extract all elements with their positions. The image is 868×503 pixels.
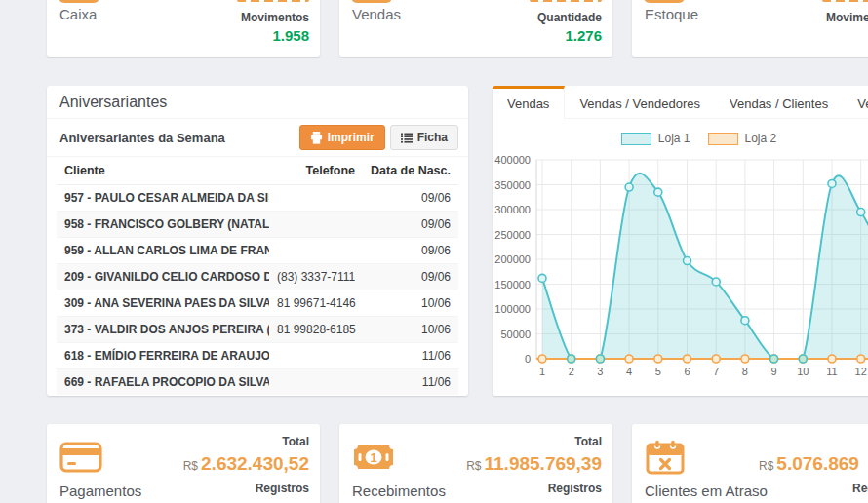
- table-row: 669 - RAFAELA PROCOPIO DA SILVA CA... 11…: [57, 369, 458, 396]
- registros-label: Registros: [183, 481, 309, 497]
- currency-prefix: R$: [759, 459, 773, 473]
- currency-prefix: R$: [466, 459, 481, 473]
- table-row: 957 - PAULO CESAR ALMEIDA DA SILVA 09/06: [57, 185, 458, 212]
- svg-text:6: 6: [684, 366, 690, 377]
- table-row: 209 - GIVANILDO CELIO CARDOSO DE ... (83…: [57, 264, 458, 290]
- sales-tab[interactable]: Vendas / Clientes: [715, 86, 843, 118]
- svg-text:5: 5: [655, 366, 661, 377]
- metric-label: Movimentos: [241, 11, 309, 24]
- legend-item[interactable]: Loja 1: [621, 132, 690, 145]
- ficha-button-label: Ficha: [417, 131, 448, 144]
- svg-text:10: 10: [797, 366, 809, 377]
- pagamentos-card: Pagamentos Total R$2.632.430,52 Registro…: [47, 424, 320, 503]
- sales-tab[interactable]: Vendas / Vendedores: [565, 86, 715, 118]
- total-label: Total: [183, 434, 309, 450]
- cliente-cell: 958 - FRANCISCO GOLBERY (NATAL - RN): [57, 212, 269, 238]
- svg-text:9: 9: [771, 366, 777, 377]
- total-value: R$2.632.430,52: [183, 452, 309, 478]
- print-button-label: Imprimir: [328, 131, 375, 144]
- cliente-cell: 669 - RAFAELA PROCOPIO DA SILVA CA...: [57, 369, 269, 396]
- summary-card-caixa: Caixa Movimentos 1.958: [47, 0, 320, 57]
- caixa-icon: [59, 0, 99, 3]
- cliente-cell: 309 - ANA SEVERINA PAES DA SILVA: [57, 290, 269, 317]
- chart-legend: Loja 1 Loja 2: [493, 132, 868, 145]
- sales-tab[interactable]: Vendas: [493, 86, 565, 119]
- svg-text:7: 7: [713, 366, 719, 377]
- sales-area-chart[interactable]: 0500001000001500002000002500003000003500…: [493, 146, 868, 392]
- column-header-telefone: Telefone: [269, 157, 363, 185]
- legend-swatch: [708, 133, 738, 145]
- list-icon: [401, 133, 413, 143]
- data-nasc-cell: 11/06: [363, 369, 458, 396]
- clientes-atraso-card: Clientes em Atraso Total R$5.076.869 Reg…: [632, 424, 868, 503]
- svg-text:1: 1: [539, 366, 545, 377]
- data-nasc-cell: 10/06: [363, 290, 458, 317]
- svg-text:1: 1: [370, 450, 376, 465]
- metric-label: Movimentos: [826, 11, 868, 24]
- table-header-row: Cliente Telefone Data de Nasc.: [57, 157, 458, 185]
- currency-prefix: R$: [183, 459, 198, 473]
- cliente-cell: 209 - GIVANILDO CELIO CARDOSO DE ...: [57, 264, 269, 290]
- card-title: Vendas: [352, 6, 401, 22]
- card-stats: Total R$11.985.769,39 Registros: [466, 434, 602, 497]
- birthdays-subtitle: Aniversariantes da Semana: [57, 131, 225, 145]
- table-row: 373 - VALDIR DOS ANJOS PEREIRA (AN... 81…: [57, 317, 458, 343]
- svg-text:100000: 100000: [494, 303, 531, 315]
- telefone-cell: (83) 3337-7111: [269, 264, 363, 290]
- estoque-icon: [644, 0, 685, 3]
- cliente-cell: 618 - EMÍDIO FERREIRA DE ARAUJO (P...: [57, 343, 269, 369]
- birthdays-card: Aniversariantes Aniversariantes da Seman…: [47, 86, 468, 396]
- registros-label: Registros: [466, 481, 602, 497]
- telefone-cell: 81 99671-4146: [269, 290, 363, 317]
- table-row: 958 - FRANCISCO GOLBERY (NATAL - RN) 09/…: [57, 212, 458, 238]
- svg-text:11: 11: [826, 366, 837, 377]
- legend-swatch: [621, 133, 651, 145]
- total-value: R$5.076.869: [759, 452, 868, 478]
- card-title: Recebimentos: [352, 483, 446, 499]
- ficha-button[interactable]: Ficha: [390, 125, 458, 150]
- recebimentos-card: 1 Recebimentos Total R$11.985.769,39 Reg…: [339, 424, 612, 503]
- column-header-data: Data de Nasc.: [363, 157, 458, 185]
- printer-icon: [310, 132, 323, 144]
- svg-text:250000: 250000: [494, 229, 531, 241]
- registros-label: Registros: [759, 481, 868, 497]
- sales-tabs: Vendas Vendas / Vendedores Vendas / Clie…: [493, 86, 868, 119]
- card-title: Caixa: [59, 6, 97, 22]
- legend-label: Loja 2: [745, 132, 777, 145]
- svg-text:400000: 400000: [494, 154, 531, 166]
- card-stats: Total R$5.076.869 Registros: [759, 434, 868, 497]
- column-header-cliente: Cliente: [57, 157, 269, 185]
- data-nasc-cell: 11/06: [363, 343, 458, 369]
- metric-label: Quantidade: [537, 11, 602, 24]
- table-row: 618 - EMÍDIO FERREIRA DE ARAUJO (P... 11…: [57, 343, 458, 369]
- data-nasc-cell: 09/06: [363, 185, 458, 212]
- cliente-cell: 957 - PAULO CESAR ALMEIDA DA SILVA: [57, 185, 269, 212]
- svg-text:12: 12: [855, 366, 867, 377]
- calendar-x-icon: [645, 439, 686, 480]
- cliente-cell: 959 - ALLAN CARLOS LIMA DE FRANÇA: [57, 238, 269, 264]
- caixa-total-cut: [237, 0, 309, 2]
- svg-text:0: 0: [525, 353, 531, 365]
- telefone-cell: [269, 238, 363, 264]
- birthdays-toolbar: Aniversariantes da Semana Imprimir: [47, 119, 468, 157]
- dashboard: Caixa Movimentos 1.958 Vendas Quantidade…: [0, 0, 868, 503]
- legend-item[interactable]: Loja 2: [708, 132, 777, 145]
- print-button[interactable]: Imprimir: [299, 125, 385, 150]
- data-nasc-cell: 09/06: [363, 238, 458, 264]
- birthdays-table: Cliente Telefone Data de Nasc. 957 - PAU…: [57, 157, 458, 395]
- credit-card-icon: [59, 439, 102, 480]
- total-value: R$11.985.769,39: [466, 452, 602, 478]
- table-row: 309 - ANA SEVERINA PAES DA SILVA 81 9967…: [57, 290, 458, 317]
- data-nasc-cell: 09/06: [363, 264, 458, 290]
- telefone-cell: [269, 185, 363, 212]
- money-bill-icon: 1: [352, 439, 395, 480]
- telefone-cell: 81 99828-6185: [269, 317, 363, 343]
- svg-text:50000: 50000: [500, 329, 531, 340]
- estoque-total-cut: [822, 0, 868, 2]
- sales-tab[interactable]: Vendas / Produtos: [843, 86, 868, 118]
- table-row: 959 - ALLAN CARLOS LIMA DE FRANÇA 09/06: [57, 238, 458, 264]
- summary-card-vendas: Vendas Quantidade 1.276: [339, 0, 612, 57]
- card-stats: Total R$2.632.430,52 Registros: [183, 434, 309, 497]
- birthdays-card-title: Aniversariantes: [47, 86, 468, 119]
- svg-text:200000: 200000: [494, 253, 531, 265]
